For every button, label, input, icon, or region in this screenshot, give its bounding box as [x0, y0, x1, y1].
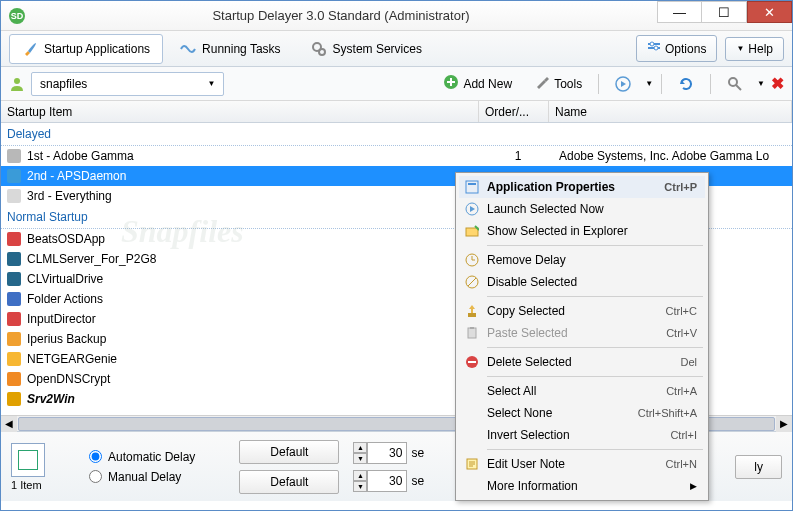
spinner-down-icon[interactable]: ▼ — [353, 453, 367, 464]
tab-running-tasks[interactable]: Running Tasks — [167, 34, 294, 64]
delay-value-2[interactable] — [367, 470, 407, 492]
tab-label: Running Tasks — [202, 42, 281, 56]
default-button-2[interactable]: Default — [239, 470, 339, 494]
rocket-icon — [22, 41, 38, 57]
menu-item-more-information[interactable]: More Information▶ — [459, 475, 705, 497]
delay-spinner-2[interactable]: ▲▼ se — [353, 470, 424, 492]
menu-item-launch-selected-now[interactable]: Launch Selected Now — [459, 198, 705, 220]
menu-shortcut: Del — [680, 356, 697, 368]
row-label: BeatsOSDApp — [27, 232, 477, 246]
menu-label: Copy Selected — [487, 304, 666, 318]
options-button[interactable]: Options — [636, 35, 717, 62]
row-order: 1 — [483, 149, 553, 163]
maximize-button[interactable]: ☐ — [702, 1, 747, 23]
row-label: 3rd - Everything — [27, 189, 477, 203]
svg-rect-20 — [468, 361, 476, 363]
submenu-arrow-icon: ▶ — [690, 481, 697, 491]
menu-item-paste-selected: Paste SelectedCtrl+V — [459, 322, 705, 344]
clear-button[interactable]: ✖ — [771, 74, 784, 93]
context-menu: Application PropertiesCtrl+PLaunch Selec… — [455, 172, 709, 501]
menu-item-copy-selected[interactable]: Copy SelectedCtrl+C — [459, 300, 705, 322]
menu-item-disable-selected[interactable]: Disable Selected — [459, 271, 705, 293]
dropdown-arrow-icon[interactable]: ▼ — [645, 79, 653, 88]
toolbar: snapfiles ▼ Add New Tools ▼ ▼ ✖ — [1, 67, 792, 101]
menu-label: Select None — [487, 406, 638, 420]
delay-suffix: se — [411, 474, 424, 488]
svg-rect-17 — [468, 328, 476, 338]
app-icon — [7, 169, 21, 183]
table-row[interactable]: 1st - Adobe Gamma1Adobe Systems, Inc. Ad… — [1, 146, 792, 166]
app-icon — [7, 392, 21, 406]
dropdown-arrow-icon[interactable]: ▼ — [757, 79, 765, 88]
item-thumbnail — [11, 443, 45, 477]
app-icon — [7, 149, 21, 163]
delay-spinner-1[interactable]: ▲▼ se — [353, 442, 424, 464]
minimize-button[interactable]: — — [657, 1, 702, 23]
tools-icon — [534, 74, 550, 93]
menu-item-delete-selected[interactable]: Delete SelectedDel — [459, 351, 705, 373]
menu-label: Paste Selected — [487, 326, 666, 340]
default-button-1[interactable]: Default — [239, 440, 339, 464]
disable-icon — [464, 274, 480, 290]
apply-button[interactable]: ly — [735, 455, 782, 479]
menu-item-show-selected-in-explorer[interactable]: Show Selected in Explorer — [459, 220, 705, 242]
refresh-button[interactable] — [670, 73, 702, 95]
delay-suffix: se — [411, 446, 424, 460]
user-icon — [9, 76, 25, 92]
grid-header: Startup Item Order/... Name — [1, 101, 792, 123]
tab-system-services[interactable]: System Services — [298, 34, 435, 64]
tab-startup-applications[interactable]: Startup Applications — [9, 34, 163, 64]
menu-label: Show Selected in Explorer — [487, 224, 697, 238]
window-title: Startup Delayer 3.0 Standard (Administra… — [25, 8, 657, 23]
col-name[interactable]: Name — [549, 101, 792, 122]
scroll-right-icon[interactable]: ▶ — [776, 416, 792, 432]
menu-item-invert-selection[interactable]: Invert SelectionCtrl+I — [459, 424, 705, 446]
wave-icon — [180, 41, 196, 57]
menu-shortcut: Ctrl+V — [666, 327, 697, 339]
row-label: InputDirector — [27, 312, 477, 326]
add-new-label: Add New — [463, 77, 512, 91]
tab-label: Startup Applications — [44, 42, 150, 56]
group-delayed[interactable]: Delayed — [1, 123, 792, 146]
scroll-left-icon[interactable]: ◀ — [1, 416, 17, 432]
help-label: Help — [748, 42, 773, 56]
menu-shortcut: Ctrl+A — [666, 385, 697, 397]
menu-item-remove-delay[interactable]: Remove Delay — [459, 249, 705, 271]
spinner-down-icon[interactable]: ▼ — [353, 481, 367, 492]
app-icon — [7, 352, 21, 366]
row-label: NETGEARGenie — [27, 352, 477, 366]
title-bar: SD Startup Delayer 3.0 Standard (Adminis… — [1, 1, 792, 31]
tab-bar: Startup Applications Running Tasks Syste… — [1, 31, 792, 67]
close-button[interactable]: ✕ — [747, 1, 792, 23]
menu-item-edit-user-note[interactable]: Edit User NoteCtrl+N — [459, 453, 705, 475]
spinner-up-icon[interactable]: ▲ — [353, 470, 367, 481]
svg-point-9 — [729, 78, 737, 86]
play-button[interactable] — [607, 73, 639, 95]
menu-shortcut: Ctrl+Shift+A — [638, 407, 697, 419]
menu-item-select-all[interactable]: Select AllCtrl+A — [459, 380, 705, 402]
menu-shortcut: Ctrl+N — [666, 458, 697, 470]
svg-point-4 — [650, 42, 654, 46]
app-icon — [7, 332, 21, 346]
menu-item-select-none[interactable]: Select NoneCtrl+Shift+A — [459, 402, 705, 424]
spinner-up-icon[interactable]: ▲ — [353, 442, 367, 453]
gears-icon — [311, 41, 327, 57]
tools-button[interactable]: Tools — [526, 71, 590, 96]
add-new-button[interactable]: Add New — [435, 71, 520, 96]
search-button[interactable] — [719, 73, 751, 95]
menu-separator — [487, 449, 703, 450]
menu-shortcut: Ctrl+C — [666, 305, 697, 317]
row-label: 1st - Adobe Gamma — [27, 149, 477, 163]
app-icon — [7, 312, 21, 326]
help-button[interactable]: ▼ Help — [725, 37, 784, 61]
user-dropdown[interactable]: snapfiles ▼ — [31, 72, 224, 96]
plus-icon — [443, 74, 459, 93]
app-icon — [7, 272, 21, 286]
col-startup-item[interactable]: Startup Item — [1, 101, 479, 122]
manual-delay-radio[interactable]: Manual Delay — [89, 470, 195, 484]
col-order[interactable]: Order/... — [479, 101, 549, 122]
svg-rect-13 — [466, 228, 478, 236]
menu-item-application-properties[interactable]: Application PropertiesCtrl+P — [459, 176, 705, 198]
automatic-delay-radio[interactable]: Automatic Delay — [89, 450, 195, 464]
delay-value-1[interactable] — [367, 442, 407, 464]
